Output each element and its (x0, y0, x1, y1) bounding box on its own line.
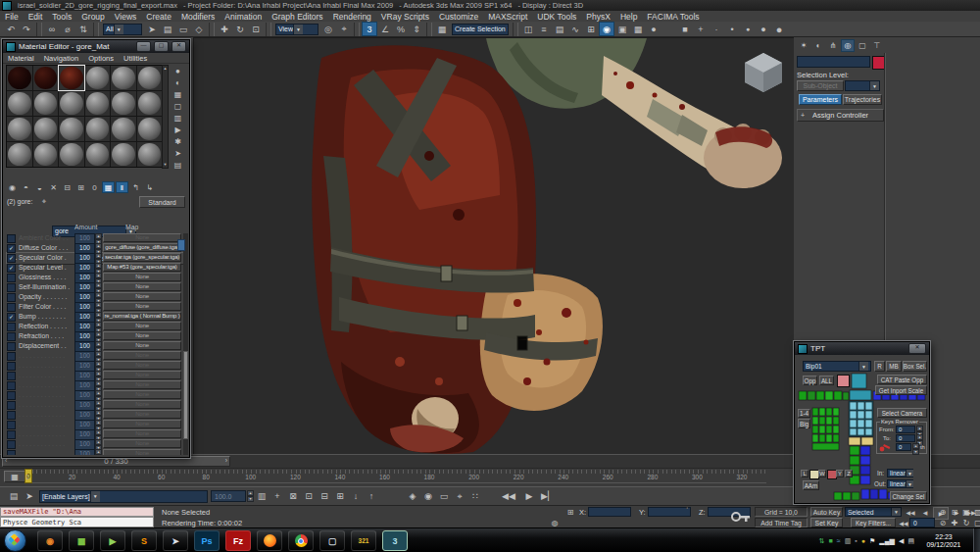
physx-ragdoll-icon[interactable]: ⌖ (452, 489, 467, 504)
map-button[interactable]: None (103, 282, 181, 291)
map-button[interactable]: None (103, 302, 181, 311)
red-key-icon[interactable] (879, 443, 892, 452)
pick-material-icon[interactable]: ⌖ (38, 196, 50, 207)
map-checkbox[interactable] (7, 274, 16, 282)
unlink-icon[interactable]: ⌀ (60, 22, 75, 36)
taskbar-media-app[interactable]: ◉ (37, 530, 63, 551)
perspective-viewport[interactable] (193, 37, 795, 455)
menu-vray-scripts[interactable]: VRay Scripts (376, 12, 434, 22)
lock-key-icon[interactable] (730, 506, 752, 528)
map-amount-spinner[interactable]: ▴▾ (95, 282, 102, 291)
map-amount-spinner[interactable]: ▴▾ (95, 361, 102, 370)
snaps-toggle-icon[interactable]: 3 (362, 22, 377, 36)
paste-layer-icon[interactable]: ⊟ (317, 489, 332, 504)
material-slot[interactable] (111, 91, 136, 116)
material-slot[interactable] (33, 91, 59, 116)
map-amount-spinner[interactable]: ▴▾ (95, 273, 102, 281)
cat-window-icon[interactable]: ■ (677, 22, 693, 36)
frame-forward-icon[interactable]: › (225, 457, 227, 464)
menu-create[interactable]: Create (141, 12, 176, 22)
sample-tiling-icon[interactable]: ▢ (172, 100, 184, 112)
dot-size-2-icon[interactable]: • (724, 22, 740, 36)
menu-rendering[interactable]: Rendering (328, 12, 376, 22)
select-camera-button[interactable]: Select Camera (877, 408, 927, 418)
material-slot[interactable] (59, 91, 84, 116)
maxscript-listener-line1[interactable]: saveMAXFile "D:\Ana (0, 507, 154, 517)
close-icon[interactable]: ✕ (908, 343, 926, 354)
object-name-field[interactable] (797, 56, 870, 68)
taskbar-filezilla[interactable]: Fz (225, 530, 251, 551)
material-slot[interactable] (59, 66, 84, 90)
add-time-tag[interactable]: Add Time Tag (755, 518, 808, 527)
map-button[interactable]: None (103, 351, 181, 360)
taskbar-clock[interactable]: 22:23 09/12/2021 (918, 533, 969, 549)
start-button[interactable] (4, 529, 26, 552)
all-button[interactable]: ALL (819, 376, 834, 385)
menu-physx[interactable]: PhysX (581, 12, 615, 22)
rect-region-icon[interactable]: ▭ (175, 22, 191, 36)
tray-dark-app[interactable]: ▪ (855, 537, 857, 544)
tray-update[interactable]: ● (861, 537, 865, 544)
material-slot[interactable] (85, 117, 111, 141)
map-button[interactable]: None (103, 273, 181, 281)
taskbar-display-tool[interactable]: ▢ (319, 530, 345, 551)
auto-key-button[interactable]: Auto Key (810, 507, 843, 517)
map-amount-spinner[interactable]: ▴▾ (95, 439, 102, 448)
key-filters-button[interactable]: Key Filters... (851, 518, 896, 527)
map-amount-spinner[interactable]: ▴▾ (95, 292, 102, 301)
make-preview-icon[interactable]: ▶ (172, 124, 184, 135)
render-setup-icon[interactable]: ▣ (614, 22, 630, 36)
render-production-icon[interactable]: ● (646, 22, 662, 36)
menu-modifiers[interactable]: Modifiers (176, 12, 220, 22)
delete-layer-icon[interactable]: ⊠ (285, 489, 301, 504)
menu-group[interactable]: Group (76, 12, 110, 22)
redo-icon[interactable]: ↷ (19, 22, 34, 36)
aam-button[interactable]: AAm (803, 480, 819, 490)
map-button[interactable]: None (103, 292, 181, 301)
tray-network[interactable]: ▂▄▆ (879, 537, 895, 545)
zoom-all-icon[interactable]: ⊞ (949, 507, 960, 518)
material-slot[interactable] (33, 117, 59, 141)
map-checkbox[interactable] (7, 381, 16, 390)
map-checkbox[interactable] (7, 372, 16, 380)
save-animation-icon[interactable]: ↑ (364, 489, 379, 504)
cat-paste-opp-button[interactable]: CAT Paste Opp (877, 375, 927, 384)
material-slot[interactable] (111, 142, 136, 167)
material-type-button[interactable]: Standard (139, 196, 185, 208)
get-material-icon[interactable]: ◉ (6, 181, 19, 193)
put-to-library-icon[interactable]: ⊞ (74, 181, 87, 193)
load-animation-icon[interactable]: ↓ (348, 489, 364, 504)
map-amount-field[interactable]: 100 (74, 449, 95, 455)
material-slot[interactable] (85, 66, 111, 90)
tray-green-arrows[interactable]: ⇅ (819, 537, 825, 545)
move-icon[interactable]: ✚ (217, 22, 232, 36)
zoom-extents-icon[interactable]: ▣ (960, 507, 972, 518)
map-checkbox[interactable] (7, 303, 16, 312)
taskbar-pointer-tool[interactable]: ➤ (163, 530, 188, 551)
material-slot[interactable] (111, 66, 136, 90)
material-slot[interactable] (85, 142, 111, 167)
me-menu-navigation[interactable]: Navigation (39, 54, 83, 63)
material-slot[interactable] (85, 91, 111, 116)
material-slot[interactable] (7, 117, 32, 141)
tray-blue-app[interactable]: ≈ (837, 537, 841, 544)
me-menu-options[interactable]: Options (83, 54, 119, 63)
map-amount-spinner[interactable]: ▴▾ (95, 410, 102, 419)
mirror-icon[interactable]: ◫ (520, 22, 536, 36)
close-icon[interactable]: ✕ (172, 41, 186, 52)
material-slot[interactable] (7, 91, 32, 116)
map-amount-spinner[interactable]: ▴▾ (95, 351, 102, 360)
map-button[interactable]: None (103, 322, 181, 330)
material-slot[interactable] (137, 117, 163, 141)
map-checkbox[interactable] (7, 401, 16, 410)
map-button[interactable]: None (103, 390, 181, 399)
taskbar-sublime-text[interactable]: S (131, 530, 157, 551)
bip-dropdown[interactable]: Bip01 ▼ (803, 361, 871, 372)
manipulate-icon[interactable]: ⌖ (336, 22, 352, 36)
map-button[interactable]: secular.tga (gore_specular.tga) (103, 253, 181, 262)
bind-spacewarp-icon[interactable]: ⇅ (75, 22, 91, 36)
x-coordinate-field[interactable] (588, 507, 631, 517)
map-checkbox[interactable]: ✓ (7, 313, 16, 322)
material-slot[interactable] (111, 117, 136, 141)
map-amount-spinner[interactable]: ▴▾ (95, 400, 102, 409)
